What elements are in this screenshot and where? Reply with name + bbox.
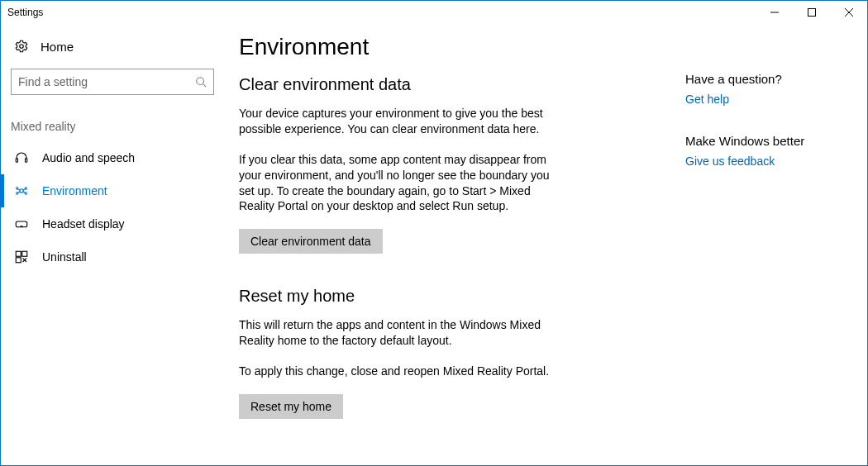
rail-improve-title: Make Windows better xyxy=(685,134,857,148)
close-icon xyxy=(845,8,853,17)
sidebar-item-environment[interactable]: Environment xyxy=(1,174,224,207)
section-title-clear: Clear environment data xyxy=(239,75,669,94)
uninstall-icon xyxy=(14,250,29,264)
home-link[interactable]: Home xyxy=(11,32,214,69)
svg-rect-19 xyxy=(16,251,21,256)
section-paragraph: Your device captures your environment to… xyxy=(239,106,553,137)
search-box[interactable] xyxy=(11,69,214,95)
svg-rect-20 xyxy=(22,251,27,256)
right-rail: Have a question? Get help Make Windows b… xyxy=(669,34,857,465)
page-title: Environment xyxy=(239,34,669,60)
sidebar-item-audio-speech[interactable]: Audio and speech xyxy=(1,141,224,174)
maximize-button[interactable] xyxy=(793,1,830,24)
section-title-reset: Reset my home xyxy=(239,287,669,306)
vr-headset-icon xyxy=(14,216,29,231)
sidebar-item-label: Audio and speech xyxy=(42,151,135,164)
home-label: Home xyxy=(41,40,74,54)
sidebar-item-headset-display[interactable]: Headset display xyxy=(1,207,224,240)
svg-rect-21 xyxy=(16,258,21,263)
search-input[interactable] xyxy=(18,75,195,88)
svg-line-6 xyxy=(203,84,207,88)
clear-environment-button[interactable]: Clear environment data xyxy=(239,229,383,254)
headset-icon xyxy=(14,150,29,165)
sidebar-item-label: Environment xyxy=(42,184,107,197)
search-icon xyxy=(195,76,207,88)
environment-icon xyxy=(14,183,29,198)
svg-point-5 xyxy=(197,78,204,85)
rail-question-title: Have a question? xyxy=(685,72,857,86)
sidebar-item-label: Uninstall xyxy=(42,250,87,264)
window-title: Settings xyxy=(7,7,43,18)
sidebar: Home Mixed reality Audio and speech xyxy=(1,24,224,465)
minimize-button[interactable] xyxy=(756,1,793,24)
feedback-link[interactable]: Give us feedback xyxy=(685,155,775,168)
sidebar-section-label: Mixed reality xyxy=(11,95,214,141)
section-paragraph: If you clear this data, some app content… xyxy=(239,152,553,215)
section-paragraph: This will return the apps and content in… xyxy=(239,317,553,349)
sidebar-nav: Audio and speech Environment xyxy=(1,141,224,273)
titlebar: Settings xyxy=(1,1,867,24)
gear-icon xyxy=(14,39,29,54)
sidebar-item-label: Headset display xyxy=(42,217,125,231)
svg-point-9 xyxy=(20,189,24,193)
close-button[interactable] xyxy=(830,1,867,24)
sidebar-item-uninstall[interactable]: Uninstall xyxy=(1,240,224,273)
content: Environment Clear environment data Your … xyxy=(239,34,669,465)
reset-home-button[interactable]: Reset my home xyxy=(239,394,343,419)
svg-point-4 xyxy=(20,45,24,49)
svg-rect-1 xyxy=(808,9,815,17)
section-paragraph: To apply this change, close and reopen M… xyxy=(239,364,553,379)
window-controls xyxy=(756,1,867,24)
maximize-icon xyxy=(808,8,816,17)
get-help-link[interactable]: Get help xyxy=(685,93,729,106)
minimize-icon xyxy=(770,8,779,17)
